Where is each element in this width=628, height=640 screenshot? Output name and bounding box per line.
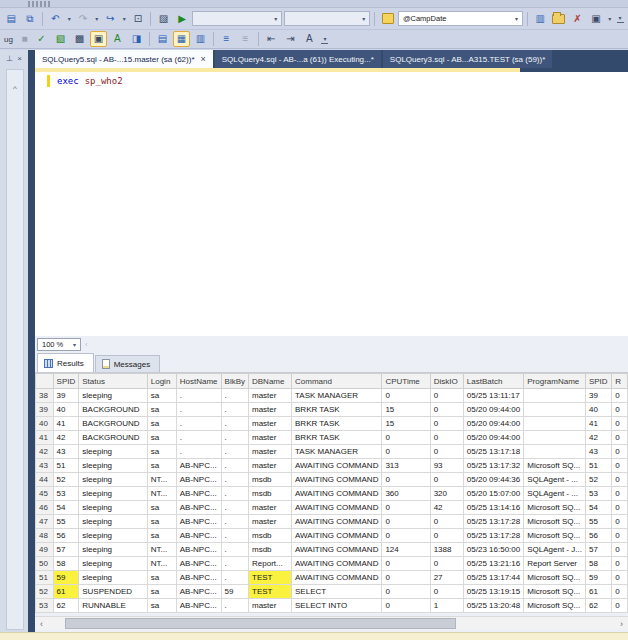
scrollbar-track[interactable] (48, 617, 615, 630)
media-dropdown-icon[interactable]: ▾ (606, 15, 613, 22)
paste-icon[interactable]: ▤ (3, 11, 20, 27)
grid-cell[interactable]: . (221, 501, 248, 515)
grid-cell[interactable]: 1 (430, 599, 463, 613)
grid-cell[interactable]: sa (147, 431, 176, 445)
grid-cell[interactable]: AB-NPC... (176, 501, 221, 515)
grid-cell[interactable]: sleeping (79, 571, 148, 585)
grid-cell[interactable]: 51 (53, 459, 79, 473)
grid-cell[interactable]: SUSPENDED (79, 585, 148, 599)
tab-messages[interactable]: Messages (95, 355, 160, 372)
grid-cell[interactable]: AB-NPC... (176, 585, 221, 599)
grid-cell[interactable] (524, 389, 586, 403)
grid-cell[interactable]: 0 (430, 529, 463, 543)
results-to-grid-icon[interactable]: ▦ (173, 31, 190, 47)
grid-cell[interactable]: 57 (585, 543, 611, 557)
grid-cell[interactable]: AB-NPC... (176, 487, 221, 501)
grid-cell[interactable]: 0 (612, 487, 628, 501)
grid-cell[interactable]: 39 (53, 389, 79, 403)
navigate-backward-icon[interactable]: ↪ (102, 11, 119, 27)
media-icon[interactable]: ▣ (588, 11, 605, 27)
grid-cell[interactable]: 42 (53, 431, 79, 445)
grid-cell[interactable]: 0 (382, 389, 430, 403)
grid-cell[interactable]: BACKGROUND (79, 417, 148, 431)
grid-cell[interactable]: AWAITING COMMAND (292, 571, 382, 585)
stop-debug-icon[interactable]: ■ (18, 31, 31, 47)
grid-cell[interactable]: AWAITING COMMAND (292, 487, 382, 501)
undo-dropdown-icon[interactable]: ▾ (66, 15, 73, 22)
column-header[interactable]: SPID (585, 374, 611, 389)
redo-dropdown-icon[interactable]: ▾ (93, 15, 100, 22)
grid-cell[interactable]: SQLAgent - J... (524, 543, 586, 557)
grid-cell[interactable]: . (176, 389, 221, 403)
grid-cell[interactable]: master (249, 501, 292, 515)
column-header[interactable]: R (612, 374, 628, 389)
grid-cell[interactable]: 0 (430, 515, 463, 529)
grid-cell[interactable]: TEST (249, 571, 292, 585)
row-header-cell[interactable]: 43 (36, 459, 54, 473)
grid-cell[interactable]: sleeping (79, 473, 148, 487)
grid-cell[interactable]: 54 (53, 501, 79, 515)
grid-cell[interactable]: master (249, 403, 292, 417)
grid-cell[interactable]: AWAITING COMMAND (292, 459, 382, 473)
link-icon[interactable]: ▥ (532, 11, 549, 27)
grid-cell[interactable]: 51 (585, 459, 611, 473)
grid-cell[interactable]: . (221, 431, 248, 445)
tab-sqlquery5[interactable]: SQLQuery5.sql - AB-...15.master (sa (62)… (35, 50, 213, 68)
column-header[interactable]: DBName (249, 374, 292, 389)
grid-cell[interactable]: BACKGROUND (79, 431, 148, 445)
grid-cell[interactable]: SELECT (292, 585, 382, 599)
note-icon[interactable] (379, 11, 396, 27)
image-icon[interactable]: ▨ (155, 11, 172, 27)
grid-cell[interactable]: Report Server (524, 557, 586, 571)
grid-cell[interactable]: . (221, 571, 248, 585)
row-header-cell[interactable]: 49 (36, 543, 54, 557)
grid-cell[interactable]: Microsoft SQ... (524, 515, 586, 529)
grid-cell[interactable]: 61 (53, 585, 79, 599)
grid-cell[interactable]: NT... (147, 487, 176, 501)
grid-cell[interactable]: sa (147, 501, 176, 515)
grid-cell[interactable]: 05/20 09:44:36 (463, 473, 523, 487)
grid-cell[interactable]: 0 (382, 445, 430, 459)
grid-cell[interactable]: sleeping (79, 459, 148, 473)
grid-cell[interactable]: 53 (585, 487, 611, 501)
zoom-scroll-icon[interactable]: ‹ (85, 340, 88, 349)
redo-icon[interactable]: ↷ (75, 11, 92, 27)
grid-cell[interactable]: 0 (612, 473, 628, 487)
grid-cell[interactable]: 05/20 09:44:00 (463, 403, 523, 417)
grid-cell[interactable]: . (176, 417, 221, 431)
toolbar-combo-2[interactable]: ▾ (284, 11, 370, 26)
grid-cell[interactable]: 0 (382, 585, 430, 599)
grid-cell[interactable]: msdb (249, 543, 292, 557)
grid-cell[interactable]: . (221, 557, 248, 571)
row-header-cell[interactable]: 53 (36, 599, 54, 613)
row-header-cell[interactable]: 47 (36, 515, 54, 529)
grid-cell[interactable]: . (221, 403, 248, 417)
grid-cell[interactable]: 0 (382, 473, 430, 487)
grid-cell[interactable]: sleeping (79, 543, 148, 557)
tab-results[interactable]: Results (37, 353, 94, 372)
grid-cell[interactable]: 0 (612, 417, 628, 431)
grid-cell[interactable]: 05/25 13:11:17 (463, 389, 523, 403)
grid-cell[interactable]: TASK MANAGER (292, 445, 382, 459)
grid-cell[interactable]: 62 (585, 599, 611, 613)
grid-cell[interactable]: Microsoft SQ... (524, 459, 586, 473)
grid-cell[interactable]: AB-NPC... (176, 459, 221, 473)
grid-cell[interactable]: Microsoft SQ... (524, 529, 586, 543)
column-header[interactable]: Command (292, 374, 382, 389)
grid-cell[interactable]: 40 (53, 403, 79, 417)
grid-cell[interactable] (524, 431, 586, 445)
grid-cell[interactable]: 55 (585, 515, 611, 529)
pin-icon[interactable]: ⊥ (6, 54, 13, 63)
grid-cell[interactable]: 15 (382, 417, 430, 431)
grid-cell[interactable]: . (221, 487, 248, 501)
grid-cell[interactable]: 52 (53, 473, 79, 487)
column-header[interactable]: CPUTime (382, 374, 430, 389)
grid-cell[interactable]: 0 (612, 543, 628, 557)
grid-cell[interactable]: 05/25 13:17:28 (463, 515, 523, 529)
row-header-cell[interactable]: 45 (36, 487, 54, 501)
row-header-cell[interactable]: 52 (36, 585, 54, 599)
grid-cell[interactable]: master (249, 445, 292, 459)
row-header-cell[interactable]: 51 (36, 571, 54, 585)
debug-pointer-icon[interactable]: ◨ (128, 31, 145, 47)
grid-cell[interactable]: 0 (612, 459, 628, 473)
